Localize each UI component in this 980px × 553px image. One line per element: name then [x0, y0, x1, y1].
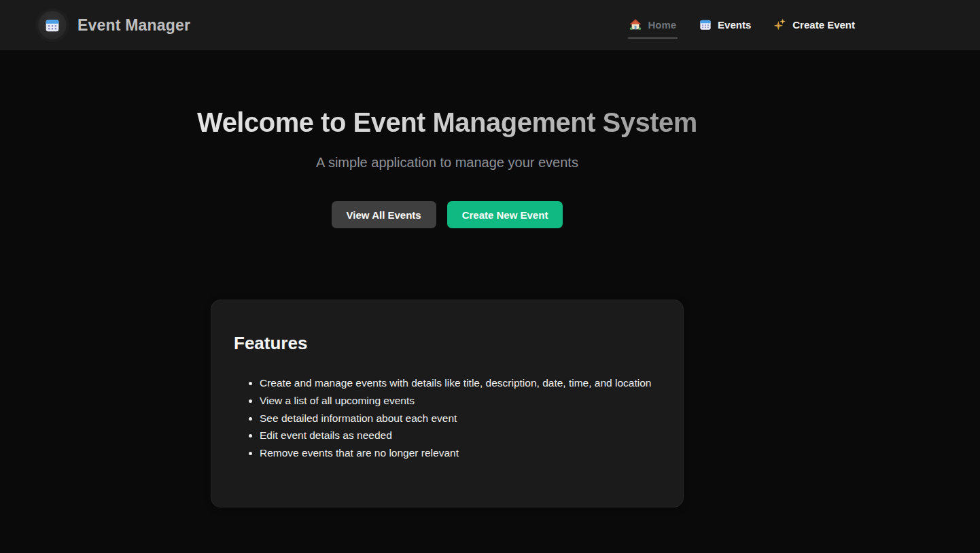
nav-item-label: Events: [718, 19, 751, 31]
nav-item-label: Home: [648, 19, 676, 31]
page-subtitle: A simple application to manage your even…: [38, 155, 856, 171]
app-title: Event Manager: [77, 16, 190, 35]
sparkles-icon: [774, 18, 786, 31]
nav-item-create-event[interactable]: Create Event: [773, 12, 856, 39]
hero-actions: View All Events Create New Event: [38, 201, 856, 228]
list-item: Create and manage events with details li…: [260, 374, 661, 392]
list-item: Edit event details as needed: [260, 427, 661, 444]
main-content: Welcome to Event Management System A sim…: [38, 50, 856, 507]
hero-section: Welcome to Event Management System A sim…: [38, 50, 856, 228]
calendar-icon: [45, 18, 60, 33]
top-navbar: Event Manager Home: [0, 0, 980, 50]
nav-links: Home Events: [628, 12, 856, 39]
list-item: See detailed information about each even…: [260, 410, 661, 427]
features-card: Features Create and manage events with d…: [211, 300, 684, 507]
list-item: Remove events that are no longer relevan…: [260, 444, 661, 462]
features-title: Features: [234, 333, 661, 354]
nav-item-events[interactable]: Events: [698, 12, 752, 39]
page-title: Welcome to Event Management System: [197, 107, 697, 138]
nav-item-label: Create Event: [792, 19, 855, 31]
list-item: View a list of all upcoming events: [260, 392, 661, 410]
features-list: Create and manage events with details li…: [234, 374, 661, 462]
brand[interactable]: Event Manager: [38, 11, 190, 39]
nav-item-home[interactable]: Home: [628, 12, 678, 39]
house-icon: [629, 18, 642, 31]
create-new-event-button[interactable]: Create New Event: [447, 201, 563, 228]
calendar-icon: [699, 18, 712, 31]
view-all-events-button[interactable]: View All Events: [332, 201, 436, 228]
app-logo[interactable]: [38, 11, 67, 39]
